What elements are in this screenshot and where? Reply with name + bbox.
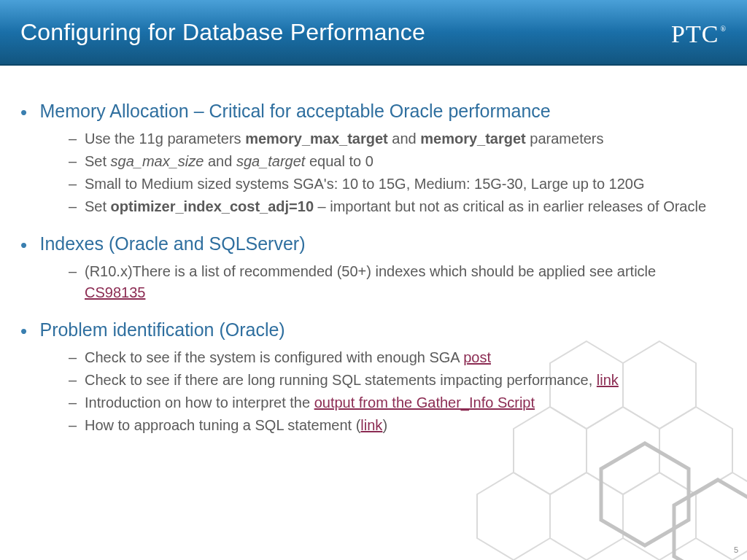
section-problem-id: Problem identification (Oracle) Check to…	[36, 319, 725, 436]
section-indexes: Indexes (Oracle and SQLServer) (R10.x)Th…	[36, 233, 725, 303]
kb-link-gatherinfo[interactable]: output from the Gather_Info Script	[314, 394, 535, 411]
list-item: How to approach tuning a SQL statement (…	[71, 415, 725, 436]
svg-marker-9	[601, 443, 689, 545]
sub-list: Use the 11g parameters memory_max_target…	[71, 128, 725, 217]
list-item: Set optimizer_index_cost_adj=10 – import…	[71, 196, 725, 217]
list-item: Small to Medium sized systems SGA's: 10 …	[71, 174, 725, 195]
list-item: Introduction on how to interpret the out…	[71, 392, 725, 413]
svg-marker-6	[623, 472, 696, 560]
list-item: Set sga_max_size and sga_target equal to…	[71, 151, 725, 172]
slide-title: Configuring for Database Performance	[20, 19, 425, 46]
content-area: Memory Allocation – Critical for accepta…	[0, 66, 747, 436]
kb-link-tuning[interactable]: link	[360, 417, 382, 433]
section-heading: Memory Allocation – Critical for accepta…	[39, 101, 550, 121]
slide: Configuring for Database Performance PTC…	[0, 0, 747, 560]
section-memory: Memory Allocation – Critical for accepta…	[36, 101, 725, 217]
list-item: Use the 11g parameters memory_max_target…	[71, 128, 725, 149]
list-item: Check to see if there are long running S…	[71, 370, 725, 391]
section-list: Memory Allocation – Critical for accepta…	[36, 101, 725, 436]
kb-link-longsql[interactable]: link	[597, 372, 619, 388]
kb-link-post[interactable]: post	[463, 349, 491, 365]
ptc-logo: PTC®	[671, 20, 725, 48]
list-item: Check to see if the system is configured…	[71, 347, 725, 368]
title-bar: Configuring for Database Performance PTC…	[0, 0, 747, 66]
svg-marker-5	[550, 472, 623, 560]
svg-marker-7	[696, 472, 747, 560]
svg-marker-8	[477, 472, 550, 560]
kb-link-cs98135[interactable]: CS98135	[85, 284, 145, 300]
section-heading: Problem identification (Oracle)	[39, 319, 285, 340]
sub-list: Check to see if the system is configured…	[71, 347, 725, 436]
section-heading: Indexes (Oracle and SQLServer)	[39, 233, 305, 254]
page-number: 5	[734, 545, 738, 554]
sub-list: (R10.x)There is a list of recommended (5…	[71, 261, 725, 303]
list-item: (R10.x)There is a list of recommended (5…	[71, 261, 725, 303]
